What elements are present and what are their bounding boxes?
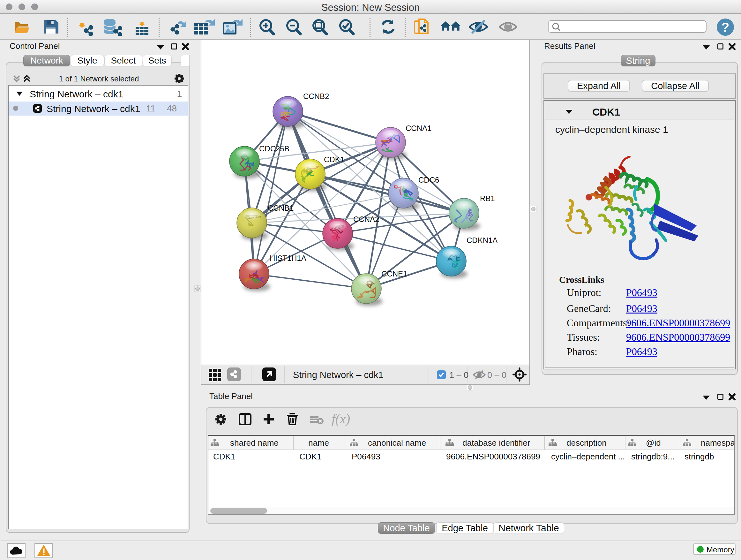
svg-text:CCNA1: CCNA1 <box>406 124 431 132</box>
svg-text:CDC6: CDC6 <box>418 176 439 184</box>
svg-text:CCNE1: CCNE1 <box>381 269 407 278</box>
svg-text:CDK1: CDK1 <box>324 155 344 164</box>
svg-text:RB1: RB1 <box>480 194 495 203</box>
svg-text:HIST1H1A: HIST1H1A <box>270 254 307 262</box>
svg-text:CCNB1: CCNB1 <box>268 204 293 212</box>
svg-text:CDKN1A: CDKN1A <box>467 236 497 245</box>
svg-text:CCNA2: CCNA2 <box>353 215 379 224</box>
svg-text:CDC25B: CDC25B <box>259 144 289 153</box>
svg-text:CCNB2: CCNB2 <box>303 92 329 101</box>
